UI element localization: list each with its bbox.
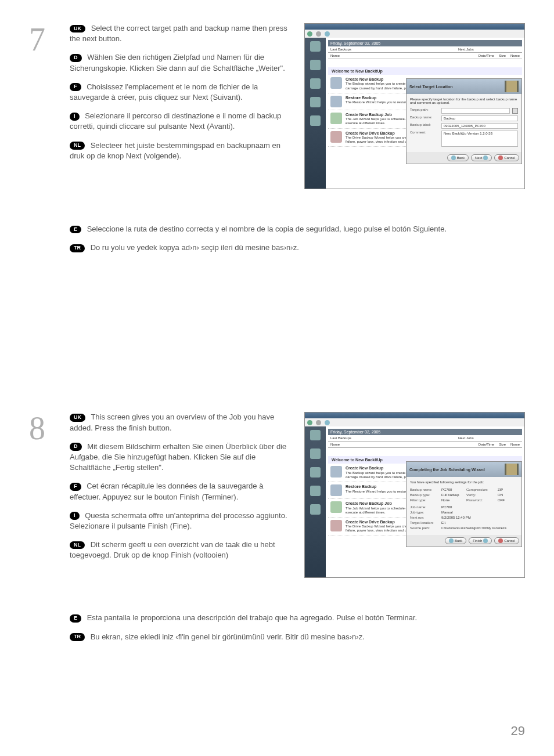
val-target[interactable] xyxy=(441,108,510,114)
ss8-tablehead: Last Backups Next Jobs xyxy=(328,435,522,442)
film-icon xyxy=(505,464,519,475)
ss8-main: Friday, September 02, 2005 Last Backups … xyxy=(326,426,524,577)
ss7-menubar xyxy=(305,30,524,38)
wizard-icon xyxy=(307,31,312,37)
step7-tr-text: Do ru yolu ve yedek kopya ad›n› seçip il… xyxy=(91,243,299,252)
step8-content: UK This screen gives you an overview of … xyxy=(70,412,525,578)
r9: Next run:9/2/2005 12:40 PM xyxy=(410,516,518,519)
badge-e: E xyxy=(70,226,81,234)
step-8: 8 UK This screen gives you an overview o… xyxy=(29,412,525,578)
ss8-menubar xyxy=(305,418,524,426)
ss8-titlebar xyxy=(305,413,524,418)
step7-content: UK Select the correct target path and ba… xyxy=(70,23,525,189)
badge-d: D xyxy=(70,54,82,62)
lbl-comment: Comment: xyxy=(410,131,439,147)
step8-d-text: Mit diesem Bildschirm erhalten Sie einen… xyxy=(70,442,286,472)
step7-i-text: Selezionare il percorso di destinazione … xyxy=(70,111,281,131)
finish-button[interactable]: Finish xyxy=(469,537,492,544)
val-comment[interactable]: Nero BackItUp Version 1.2.0.53 xyxy=(441,131,518,147)
r3: Filter type:None xyxy=(410,498,462,502)
sidebar-icon xyxy=(310,41,321,52)
step7-uk: UK Select the correct target path and ba… xyxy=(70,23,293,44)
ss8-body: Friday, September 02, 2005 Last Backups … xyxy=(305,426,524,577)
col-last: Last Backups xyxy=(328,48,456,51)
cancel-icon xyxy=(498,538,503,543)
col-next: Next Jobs xyxy=(456,48,522,51)
r1: Backup name:PC700 xyxy=(410,488,462,491)
step7-text: UK Select the correct target path and ba… xyxy=(70,23,293,189)
cancel-button[interactable]: Cancel xyxy=(494,537,519,544)
r7: Job name:PC700 xyxy=(410,505,518,509)
lbl-label: Backup label: xyxy=(410,123,439,129)
summary-left: Backup name:PC700 Backup type:Full backu… xyxy=(410,486,462,504)
next-label: Next xyxy=(475,156,482,160)
step7-tr: TR Do ru yolu ve yedek kopya ad›n› seçip… xyxy=(70,243,525,253)
v9: 9/2/2005 12:40 PM xyxy=(441,516,471,519)
dialog-sub: Please specify target location for the b… xyxy=(410,97,518,104)
badge-f: F xyxy=(70,83,81,91)
badge-nl: NL xyxy=(70,142,85,150)
sidebar-icon xyxy=(310,486,321,496)
step7-nl-text: Selecteer het juiste bestemmingspad en b… xyxy=(70,141,280,160)
step8-f-text: Cet écran récapitule les données de la s… xyxy=(70,482,263,501)
col-next: Next Jobs xyxy=(456,436,522,440)
ss7-welcome: Welcome to New BackItUp xyxy=(328,67,522,75)
ss8-dialog-foot: Back Finish Cancel xyxy=(406,535,521,547)
badge-i: I xyxy=(70,113,80,121)
badge-uk: UK xyxy=(70,25,85,33)
step7-d: D Wählen Sie den richtigen Zielpfad und … xyxy=(70,52,293,73)
ss8-sidebar xyxy=(305,426,326,577)
backup-icon xyxy=(330,466,342,478)
v4: ZIP xyxy=(498,488,503,491)
badge-e: E xyxy=(70,614,81,623)
step8-i-text: Questa schermata offre un'anteprima del … xyxy=(70,511,287,530)
dialog-title: Select Target Location xyxy=(409,85,453,89)
ss7-sidebar xyxy=(305,38,326,189)
sidebar-icon xyxy=(310,467,321,478)
step8-screenshot-col: Friday, September 02, 2005 Last Backups … xyxy=(304,412,525,578)
col-name2: Name xyxy=(508,443,522,446)
toolbar-icon xyxy=(316,31,321,37)
step8-tr-text: Bu ekran, size ekledi iniz ‹fl'in genel … xyxy=(91,632,365,641)
cancel-icon xyxy=(498,155,503,160)
col-dt: Date/Time xyxy=(476,443,497,446)
cancel-label: Cancel xyxy=(504,156,515,160)
back-button[interactable]: Back xyxy=(445,537,466,544)
screenshot-8: Friday, September 02, 2005 Last Backups … xyxy=(304,412,525,578)
v5: ON xyxy=(498,493,503,497)
badge-i: I xyxy=(70,512,80,520)
step7-i: I Selezionare il percorso di destinazion… xyxy=(70,111,293,132)
back-arrow-icon xyxy=(449,538,454,543)
col-name: Name xyxy=(328,443,476,446)
badge-d: D xyxy=(70,443,82,451)
v7: PC700 xyxy=(441,505,452,509)
v6: OFF xyxy=(498,498,505,502)
cancel-button[interactable]: Cancel xyxy=(494,154,519,161)
badge-uk: UK xyxy=(70,414,85,422)
job-icon xyxy=(330,113,342,124)
r2: Backup type:Full backup xyxy=(410,493,462,497)
film-icon xyxy=(505,81,519,92)
step8-e-text: Esta pantalla le proporciona una descrip… xyxy=(87,613,418,622)
sidebar-icon xyxy=(310,97,321,107)
val-name[interactable]: Backup xyxy=(441,115,518,121)
sidebar-icon xyxy=(310,78,321,89)
browse-button[interactable] xyxy=(512,108,518,114)
back-button[interactable]: Back xyxy=(447,154,469,161)
summary-cols: Backup name:PC700 Backup type:Full backu… xyxy=(410,486,518,504)
col-name: Name xyxy=(328,54,476,57)
v2: Full backup xyxy=(441,493,459,497)
r6: Password:OFF xyxy=(466,498,518,502)
restore-icon xyxy=(330,484,342,496)
l9: Next run: xyxy=(410,516,439,519)
finish-label: Finish xyxy=(473,539,482,542)
step-number-7: 7 xyxy=(29,23,58,189)
step-7: 7 UK Select the correct target path and … xyxy=(29,23,525,189)
page-number: 29 xyxy=(511,724,525,739)
ss8-tablehead2: Name Date/Time Size Name xyxy=(328,442,522,448)
val-label[interactable]: 09022005_124005_PC700 xyxy=(441,123,518,129)
step8-text: UK This screen gives you an overview of … xyxy=(70,412,293,578)
next-button[interactable]: Next xyxy=(471,154,492,161)
ss7-main: Friday, September 02, 2005 Last Backups … xyxy=(326,38,524,189)
step7-f-text: Choisissez l'emplacement et le nom de fi… xyxy=(70,82,258,102)
